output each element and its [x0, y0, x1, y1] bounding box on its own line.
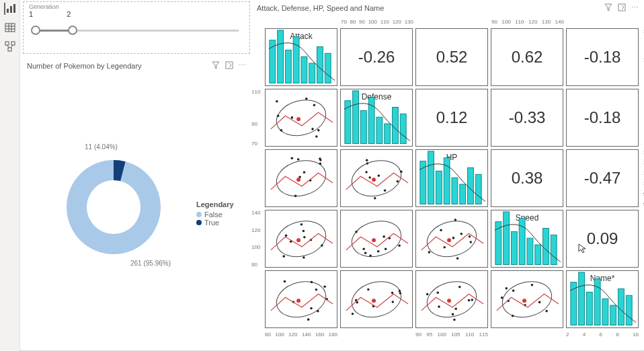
svg-point-65 [372, 178, 376, 182]
svg-point-144 [426, 293, 429, 296]
model-view-icon[interactable] [4, 40, 16, 52]
matrix-cell-3-3: Speed [491, 210, 563, 268]
svg-rect-112 [535, 245, 541, 264]
svg-point-123 [310, 307, 313, 310]
svg-line-11 [7, 45, 9, 48]
svg-rect-72 [468, 168, 474, 204]
svg-rect-24 [325, 53, 331, 83]
svg-rect-165 [618, 289, 625, 325]
svg-point-141 [437, 291, 440, 294]
slicer-generation[interactable]: Generation 1 2 [23, 1, 250, 54]
svg-point-32 [276, 100, 278, 103]
svg-rect-2 [13, 4, 15, 13]
more-options-icon[interactable]: ⋯ [239, 61, 246, 71]
svg-point-158 [522, 299, 526, 303]
legend-item-true: True [196, 219, 234, 227]
callout-false: 261 (95.96%) [130, 260, 171, 267]
legend-item-false: False [196, 210, 234, 219]
matrix-cell-0-3: 0.62 [491, 28, 563, 86]
svg-rect-70 [452, 178, 458, 204]
svg-rect-22 [309, 63, 315, 83]
matrix-cell-2-2: HP [415, 149, 488, 207]
svg-rect-41 [385, 124, 391, 143]
matrix-cell-2-0 [265, 149, 337, 207]
svg-point-31 [305, 98, 308, 100]
svg-point-154 [512, 289, 515, 292]
svg-rect-163 [602, 299, 608, 325]
svg-point-153 [531, 284, 534, 286]
svg-point-133 [352, 313, 354, 315]
svg-rect-42 [393, 108, 399, 144]
svg-rect-160 [579, 272, 585, 325]
svg-point-103 [456, 257, 459, 260]
svg-point-90 [383, 235, 385, 238]
corr-Defense-Name*: -0.18 [584, 108, 621, 127]
svg-rect-166 [626, 295, 632, 325]
svg-point-134 [391, 292, 394, 295]
svg-point-115 [272, 276, 329, 323]
svg-rect-109 [511, 231, 517, 264]
matrix-cell-2-3: 0.38 [491, 149, 563, 207]
filter-icon[interactable] [212, 61, 220, 71]
svg-point-97 [460, 233, 463, 235]
svg-point-52 [294, 195, 297, 198]
matrix-cell-1-4: -0.18 [566, 89, 639, 147]
corr-Attack-Name*: -0.18 [584, 48, 621, 67]
filter-icon[interactable] [604, 3, 612, 13]
svg-point-25 [272, 95, 329, 141]
view-rail [0, 0, 20, 351]
focus-mode-icon[interactable] [618, 3, 626, 13]
matrix-cell-3-4: 0.09 [566, 210, 639, 268]
svg-rect-38 [360, 110, 366, 143]
scatter-matrix-grid: 708090100110120130 90100110120130140 Att… [265, 28, 639, 328]
svg-point-95 [372, 238, 376, 242]
matrix-cell-0-0: Attack [265, 28, 337, 86]
svg-line-12 [11, 45, 13, 48]
scatter-matrix-tile[interactable]: Attack, Defense, HP, Speed and Name ⋯ 70… [253, 1, 643, 344]
focus-mode-icon[interactable] [225, 61, 233, 71]
slicer-max-value: 2 [67, 10, 71, 18]
svg-point-80 [300, 223, 303, 226]
svg-point-143 [468, 299, 471, 302]
svg-point-96 [423, 216, 480, 262]
svg-rect-111 [527, 238, 533, 264]
slicer-handle-max[interactable] [68, 26, 77, 35]
svg-point-27 [277, 115, 280, 118]
svg-point-78 [303, 236, 306, 239]
legend-title: Legendary [196, 200, 234, 208]
svg-point-61 [400, 170, 403, 173]
svg-point-150 [545, 310, 548, 313]
svg-rect-3 [5, 24, 15, 32]
svg-point-47 [291, 157, 294, 160]
svg-point-130 [392, 301, 395, 303]
svg-point-83 [303, 230, 305, 233]
svg-rect-23 [317, 47, 323, 83]
svg-point-85 [348, 216, 405, 262]
svg-point-81 [282, 255, 285, 258]
more-options-icon[interactable]: ⋯ [631, 3, 639, 13]
slicer-handle-min[interactable] [31, 26, 40, 35]
report-view-icon[interactable] [4, 3, 16, 15]
svg-point-35 [296, 117, 300, 121]
svg-point-127 [367, 288, 370, 291]
svg-point-92 [377, 250, 380, 253]
svg-rect-108 [504, 212, 510, 265]
matrix-cell-4-2 [415, 270, 488, 328]
svg-point-98 [470, 241, 473, 243]
svg-point-15 [87, 180, 140, 234]
slicer-range-track[interactable] [29, 24, 244, 37]
corr-Attack-HP: 0.52 [436, 48, 468, 67]
matrix-cell-1-3: -0.33 [491, 89, 563, 147]
svg-point-91 [362, 247, 365, 250]
matrix-title: Attack, Defense, HP, Speed and Name [257, 4, 384, 12]
svg-rect-113 [543, 229, 549, 265]
matrix-cell-2-4: -0.47 [566, 149, 639, 207]
svg-rect-10 [8, 48, 11, 51]
corr-HP-Speed: 0.38 [512, 169, 543, 188]
svg-point-58 [366, 159, 368, 162]
svg-rect-0 [7, 9, 9, 13]
donut-tile[interactable]: Number of Pokemon by Legendary ⋯ 11 (4.0… [23, 59, 250, 335]
svg-point-118 [284, 280, 286, 283]
svg-point-29 [311, 128, 314, 130]
data-view-icon[interactable] [4, 22, 16, 34]
